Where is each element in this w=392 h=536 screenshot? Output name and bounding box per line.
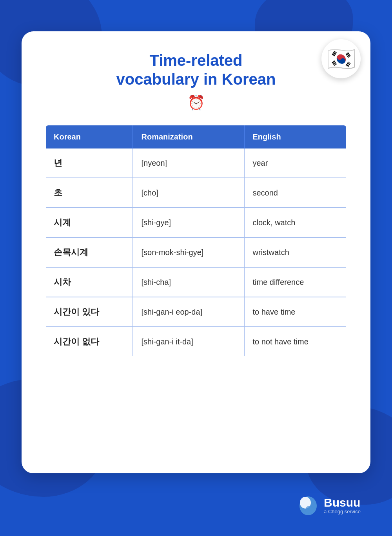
table-row: 시계[shi-gye]clock, watch xyxy=(45,208,347,237)
clock-emoji: ⏰ xyxy=(45,94,347,111)
busuu-brand-text: Busuu a Chegg service xyxy=(324,497,361,514)
cell-english: to not have time xyxy=(244,327,347,357)
cell-english: clock, watch xyxy=(244,208,347,237)
table-row: 년[nyeon]year xyxy=(45,148,347,178)
main-card: Time-related vocabulary in Korean ⏰ Kore… xyxy=(22,31,370,473)
table-row: 초[cho]second xyxy=(45,178,347,208)
table-header-korean: Korean xyxy=(45,125,133,148)
cell-english: to have time xyxy=(244,297,347,327)
cell-korean: 시차 xyxy=(45,267,133,297)
svg-point-2 xyxy=(305,506,313,514)
cell-english: time difference xyxy=(244,267,347,297)
table-row: 시간이 있다[shi-gan-i eop-da]to have time xyxy=(45,297,347,327)
table-row: 시차[shi-cha]time difference xyxy=(45,267,347,297)
cell-korean: 시계 xyxy=(45,208,133,237)
table-row: 손목시계[son-mok-shi-gye]wristwatch xyxy=(45,237,347,267)
table-header-english: English xyxy=(244,125,347,148)
cell-korean: 초 xyxy=(45,178,133,208)
cell-romanization: [shi-gan-i eop-da] xyxy=(133,297,244,327)
cell-korean: 시간이 있다 xyxy=(45,297,133,327)
cell-romanization: [shi-cha] xyxy=(133,267,244,297)
cell-romanization: [son-mok-shi-gye] xyxy=(133,237,244,267)
busuu-icon xyxy=(298,495,319,516)
cell-english: year xyxy=(244,148,347,178)
cell-korean: 시간이 없다 xyxy=(45,327,133,357)
korean-flag: 🇰🇷 xyxy=(321,39,361,78)
busuu-logo: Busuu a Chegg service xyxy=(298,495,361,516)
table-row: 시간이 없다[shi-gan-i it-da]to not have time xyxy=(45,327,347,357)
card-title: Time-related vocabulary in Korean xyxy=(45,51,347,89)
cell-english: wristwatch xyxy=(244,237,347,267)
cell-romanization: [shi-gan-i it-da] xyxy=(133,327,244,357)
table-header-romanization: Romanization xyxy=(133,125,244,148)
cell-romanization: [cho] xyxy=(133,178,244,208)
cell-romanization: [shi-gye] xyxy=(133,208,244,237)
vocabulary-table: Korean Romanization English 년[nyeon]year… xyxy=(45,125,347,357)
cell-romanization: [nyeon] xyxy=(133,148,244,178)
cell-english: second xyxy=(244,178,347,208)
cell-korean: 손목시계 xyxy=(45,237,133,267)
cell-korean: 년 xyxy=(45,148,133,178)
